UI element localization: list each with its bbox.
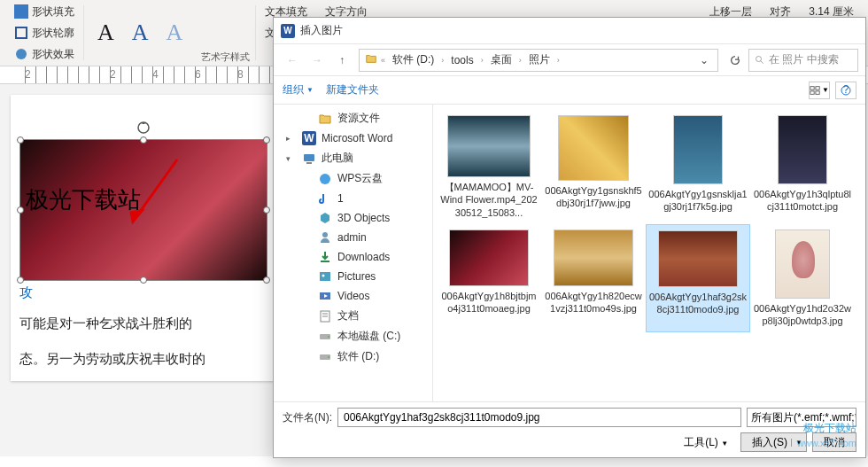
art-styles-label: 艺术字样式 [201,51,250,64]
file-thumbnail [447,115,531,177]
tree-item---[interactable]: 文档 [274,306,432,326]
shape-fill[interactable]: 形状填充 [11,2,78,21]
tree-item-1[interactable]: 1 [274,189,432,208]
file-name: 006AkgtYgy1hd2o32wp8lj30jp0wtdp3.jpg [753,302,852,328]
file-thumbnail [778,115,827,184]
tree-item-------c--[interactable]: 本地磁盘 (C:) [274,326,432,346]
svg-rect-0 [14,4,28,19]
tree-item-videos[interactable]: Videos [274,286,432,306]
wordart-style-3[interactable]: A [159,17,191,49]
filename-input[interactable] [337,408,741,427]
resize-handle-br[interactable] [263,276,270,284]
word-icon: W [281,24,295,38]
svg-point-19 [322,232,328,237]
resize-handle-bl[interactable] [17,276,24,284]
svg-rect-11 [816,90,819,93]
tree-item-downloads[interactable]: Downloads [274,247,432,267]
dialog-footer: 文件名(N): 所有图片(*.emf;*.wmf;*.j... 工具(L) ▼ … [274,401,865,457]
help-button[interactable]: ? [835,82,856,99]
svg-rect-16 [304,154,314,161]
tree-item-admin[interactable]: admin [274,228,432,247]
file-item[interactable]: 006AkgtYgy1gsnskhf5dbj30rj1f7jww.jpg [541,110,646,224]
svg-text:?: ? [843,85,849,96]
resize-handle-bm[interactable] [140,276,147,284]
wordart-style-2[interactable]: A [124,17,157,49]
bc-item-2[interactable]: 桌面 [487,52,515,67]
new-folder-button[interactable]: 新建文件夹 [326,82,379,97]
file-item[interactable]: 006AkgtYgy1haf3g2sk8cj311t0modo9.jpg [646,224,750,333]
watermark-2: www.xz7.com [797,438,856,448]
file-thumbnail [554,230,633,286]
user-icon [318,230,332,245]
file-item[interactable]: 006AkgtYgy1hd2o32wp8lj30jp0wtdp3.jpg [750,224,855,333]
view-mode-button[interactable]: ▼ [809,82,830,99]
nav-up[interactable]: ↑ [330,49,353,72]
nav-back[interactable]: ← [281,49,304,72]
svg-point-2 [16,49,27,59]
file-thumbnail [449,230,529,286]
file-name: 006AkgtYgy1gsnskhf5dbj30rj1f7jww.jpg [544,184,643,210]
word-icon: W [302,131,316,145]
folder-icon [365,52,377,67]
file-item[interactable]: 006AkgtYgy1gsnsklja1gj30rj1f7k5g.jpg [646,110,750,224]
organize-button[interactable]: 组织 ▼ [283,82,314,97]
wps-icon [318,172,332,186]
tools-menu[interactable]: 工具(L) ▼ [684,435,728,450]
svg-rect-1 [16,27,27,38]
rotate-handle[interactable] [136,121,151,135]
file-thumbnail [673,115,723,184]
insert-picture-dialog: W 插入图片 ← → ↑ « 软件 (D:)› tools› 桌面› 照片› ⌄… [273,17,866,458]
svg-rect-9 [816,86,819,89]
svg-point-29 [328,356,329,358]
resize-handle-tm[interactable] [140,136,147,144]
file-name: 【MAMAMOO】MV- Wind Flower.mp4_20230512_15… [439,181,539,219]
disk-icon [318,330,332,344]
resize-handle-tl[interactable] [17,136,24,144]
search-icon [755,55,765,66]
file-item[interactable]: 006AkgtYgy1h3qlptu8lcj311t0motct.jpg [750,110,855,224]
svg-text:W: W [304,132,314,144]
tree-item-wps--[interactable]: WPS云盘 [274,168,432,189]
dialog-toolbar: 组织 ▼ 新建文件夹 ▼ ? [274,76,865,105]
resize-handle-mr[interactable] [263,206,270,214]
file-item[interactable]: 【MAMAMOO】MV- Wind Flower.mp4_20230512_15… [437,110,541,224]
dialog-nav: ← → ↑ « 软件 (D:)› tools› 桌面› 照片› ⌄ 在 照片 中… [274,44,865,76]
file-name: 006AkgtYgy1h3qlptu8lcj311t0motct.jpg [753,188,852,214]
refresh-button[interactable] [724,49,747,72]
svg-point-27 [328,336,329,338]
tree-item-----[interactable]: 资源文件 [274,108,432,128]
doc-icon [318,309,332,323]
dialog-title: 插入图片 [300,23,343,38]
breadcrumb[interactable]: « 软件 (D:)› tools› 桌面› 照片› ⌄ [359,49,718,72]
file-name: 006AkgtYgy1h8bjtbjmo4j311t0moaeg.jpg [439,290,539,315]
breadcrumb-dropdown[interactable]: ⌄ [696,49,712,72]
pic-icon [318,269,332,284]
tree-item-----d--[interactable]: 软件 (D:) [274,346,432,367]
bc-item-1[interactable]: tools [447,54,477,66]
vid-icon [318,289,332,303]
tree-item----[interactable]: ▾此电脑 [274,148,432,168]
bc-item-3[interactable]: 照片 [525,52,554,67]
tree-item-pictures[interactable]: Pictures [274,267,432,286]
tree-item-microsoft-word[interactable]: ▸WMicrosoft Word [274,128,432,148]
resize-handle-tr[interactable] [263,136,270,144]
shape-outline[interactable]: 形状轮廓 [11,23,78,43]
svg-rect-10 [810,90,814,93]
svg-marker-5 [131,211,142,222]
svg-point-6 [756,56,762,61]
annotation-arrow-1 [115,151,186,239]
watermark-1: 极光下载站 [803,421,856,436]
file-pane: 【MAMAMOO】MV- Wind Flower.mp4_20230512_15… [433,105,865,401]
down-icon [318,250,332,264]
wordart-style-1[interactable]: A [89,17,122,49]
nav-forward[interactable]: → [306,49,329,72]
file-item[interactable]: 006AkgtYgy1h820ecw1vzj311t0mo49s.jpg [541,224,646,333]
tree-item-3d-objects[interactable]: 3D Objects [274,208,432,228]
shape-effects[interactable]: 形状效果 [11,44,78,64]
svg-rect-17 [306,162,312,164]
filename-label: 文件名(N): [283,410,332,425]
file-item[interactable]: 006AkgtYgy1h8bjtbjmo4j311t0moaeg.jpg [437,224,541,333]
bc-item-0[interactable]: 软件 (D:) [389,52,438,67]
resize-handle-ml[interactable] [17,206,24,214]
search-input[interactable]: 在 照片 中搜索 [748,49,858,72]
